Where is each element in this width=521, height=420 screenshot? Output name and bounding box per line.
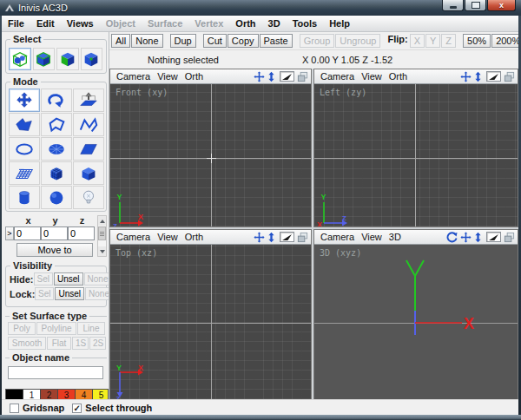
pan-view-button[interactable]: [254, 232, 265, 243]
viewport-top-canvas[interactable]: Top (xz) Y X Z: [110, 245, 311, 399]
lock-unsel-button[interactable]: Unsel: [55, 287, 84, 300]
scroll-down-button[interactable]: [98, 246, 106, 256]
poly-tool-button[interactable]: [9, 113, 40, 136]
zoom-view-button[interactable]: [267, 71, 275, 82]
menu-help[interactable]: Help: [323, 16, 356, 30]
paste-button[interactable]: Paste: [260, 34, 293, 48]
select-none-button[interactable]: None: [131, 34, 162, 48]
zoom-view-button[interactable]: [267, 232, 275, 243]
scroll-up-button[interactable]: [98, 216, 106, 226]
select-object-mode-button[interactable]: [33, 48, 56, 70]
quad-tool-button[interactable]: [73, 137, 104, 161]
select-vertex-mode-button[interactable]: [81, 48, 103, 70]
viewport-left-canvas[interactable]: Left (zy) Y Z X: [314, 84, 518, 226]
axis-gizmo: Y Z X: [316, 192, 356, 226]
menu-views[interactable]: Views: [61, 16, 100, 30]
view-menu[interactable]: View: [154, 232, 181, 242]
box-tool-button[interactable]: [73, 161, 104, 185]
move-icon: [14, 91, 35, 110]
orth-menu[interactable]: Orth: [181, 232, 207, 242]
polygon-outline-tool-button[interactable]: [41, 113, 72, 136]
orbit-view-button[interactable]: [446, 232, 458, 243]
zoom-view-button[interactable]: [474, 232, 482, 243]
expand-button[interactable]: >: [5, 226, 14, 240]
object-name-input[interactable]: [8, 366, 103, 379]
menu-3d[interactable]: 3D: [262, 16, 287, 30]
gridsnap-checkbox[interactable]: Gridsnap: [10, 403, 64, 413]
svg-text:X: X: [464, 315, 474, 332]
mesh-tool-button[interactable]: [9, 161, 40, 185]
palette-swatch[interactable]: 5: [93, 390, 109, 399]
scroll-thumb[interactable]: [98, 226, 106, 240]
view-menu[interactable]: View: [358, 232, 386, 242]
rotate-tool-button[interactable]: [41, 89, 72, 112]
pan-view-button[interactable]: [460, 232, 472, 243]
pointer-mode-button[interactable]: [486, 71, 501, 82]
viewport-3d-canvas[interactable]: 3D (xyz) X: [314, 245, 518, 399]
3d-menu[interactable]: 3D: [386, 232, 405, 242]
object-name-group: Object name: [5, 358, 107, 384]
move-tool-button[interactable]: [9, 89, 40, 112]
pointer-mode-button[interactable]: [280, 71, 294, 82]
duplicate-button[interactable]: Dup: [170, 34, 196, 48]
close-button[interactable]: x: [487, 0, 516, 11]
select-through-checkbox[interactable]: ✓ Select through: [72, 403, 152, 413]
view-menu[interactable]: View: [358, 71, 386, 82]
polyline-tool-button[interactable]: [73, 113, 104, 136]
palette-swatch[interactable]: 2: [41, 390, 58, 399]
camera-menu[interactable]: Camera: [317, 232, 358, 242]
camera-menu[interactable]: Camera: [113, 71, 154, 82]
pos-y-input[interactable]: [41, 226, 68, 240]
camera-menu[interactable]: Camera: [317, 71, 358, 82]
select-surface-mode-button[interactable]: [56, 48, 79, 70]
pan-view-button[interactable]: [254, 71, 265, 82]
palette-swatch[interactable]: 3: [58, 390, 76, 399]
cut-button[interactable]: Cut: [203, 34, 227, 48]
svg-text:Y: Y: [116, 364, 122, 372]
palette-swatch[interactable]: 4: [76, 390, 93, 399]
cylinder-tool-button[interactable]: [9, 186, 40, 209]
menu-orth[interactable]: Orth: [229, 16, 261, 30]
visibility-group-label: Visibility: [10, 260, 55, 271]
maximize-viewport-button[interactable]: [504, 232, 515, 243]
ellipse-tool-button[interactable]: [9, 137, 40, 161]
surface-type-group: Set Surface type Poly Polyline Line Smoo…: [5, 316, 107, 351]
maximize-button[interactable]: [465, 0, 486, 11]
menu-tools[interactable]: Tools: [287, 16, 324, 30]
orbit-icon: [446, 232, 458, 243]
select-all-button[interactable]: All: [111, 34, 130, 48]
line-type-button: Line: [77, 322, 105, 335]
minimize-button[interactable]: [442, 0, 464, 11]
pos-z-input[interactable]: [68, 226, 95, 240]
select-group-mode-button[interactable]: [9, 48, 31, 70]
palette-swatch[interactable]: [6, 390, 23, 399]
hide-unsel-button[interactable]: Unsel: [54, 272, 83, 285]
orth-menu[interactable]: Orth: [386, 71, 411, 82]
axis-gizmo-3d: X: [356, 250, 486, 347]
up-arrow-icon: [100, 220, 105, 223]
viewport-front-canvas[interactable]: Front (xy) Y X Z: [110, 84, 311, 226]
zoom-50-button[interactable]: 50%: [463, 34, 491, 48]
sphere-tool-button[interactable]: [41, 186, 72, 209]
disk-tool-button[interactable]: [41, 137, 72, 161]
view-menu[interactable]: View: [154, 71, 181, 82]
orth-menu[interactable]: Orth: [181, 71, 207, 82]
zoom-200-button[interactable]: 200%: [491, 34, 518, 48]
pan-view-button[interactable]: [460, 71, 472, 82]
extrude-tool-button[interactable]: [73, 89, 104, 112]
pos-x-input[interactable]: [14, 226, 41, 240]
zoom-view-button[interactable]: [474, 71, 482, 82]
mesh-cube-tool-button[interactable]: [41, 161, 72, 185]
pointer-mode-button[interactable]: [280, 232, 294, 242]
menu-file[interactable]: File: [2, 16, 30, 30]
move-to-button[interactable]: Move to: [16, 243, 93, 257]
light-tool-button[interactable]: [73, 186, 104, 209]
camera-menu[interactable]: Camera: [113, 232, 154, 242]
copy-button[interactable]: Copy: [228, 34, 259, 48]
pointer-mode-button[interactable]: [486, 232, 501, 242]
palette-swatch[interactable]: 1: [23, 390, 41, 399]
maximize-viewport-button[interactable]: [504, 71, 515, 82]
maximize-viewport-button[interactable]: [297, 232, 308, 243]
maximize-viewport-button[interactable]: [297, 71, 308, 82]
menu-edit[interactable]: Edit: [30, 16, 61, 30]
